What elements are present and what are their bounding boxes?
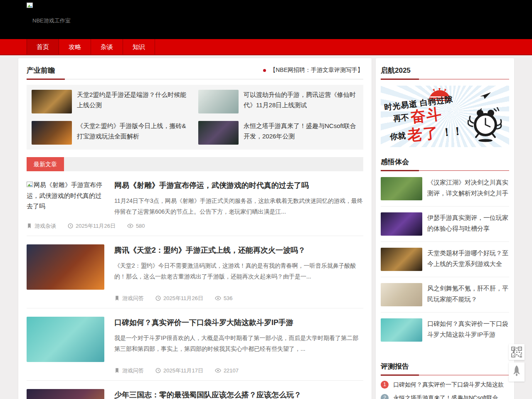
views-eye-icon [215, 296, 221, 300]
main-nav: 首页 攻略 杂谈 知识 [0, 39, 532, 55]
section-rule [381, 79, 509, 80]
featured-title: 可以渡劫升仙的手游，腾讯运营《修仙时代》11月28日上线测试 [244, 90, 358, 113]
sidebar-list-item[interactable]: 风之剑舞氪不氪，肝不肝，平民玩家能不能玩？ [381, 277, 509, 313]
featured-item[interactable]: 永恒之塔手游真来了！盛趣与NCsoft联合开发，2026年公测 [198, 121, 358, 145]
site-logo[interactable]: NBE游戏工作室 [27, 2, 71, 25]
article-category[interactable]: 游戏杂谈 [27, 222, 56, 230]
sidebar-item-thumbnail [381, 318, 422, 342]
clock-icon [68, 223, 73, 229]
rank-badge: 1 [381, 381, 389, 389]
article-thumbnail[interactable] [27, 244, 104, 290]
rank-badge: 2 [381, 394, 389, 399]
article-date: 2025年11月26日 [68, 222, 116, 230]
featured-item[interactable]: 《天堂2:盟约》手游版今日上线，搬砖&打宝游戏玩法全面解析 [32, 121, 192, 145]
nav-item-misc[interactable]: 杂谈 [91, 39, 123, 54]
sidebar-item-title: 天堂类题材手游哪个好玩？至今上线的天堂系列游戏大全 [427, 248, 509, 271]
qr-code-icon [511, 347, 522, 357]
recruit-link-label: 【NBE网招聘：手游文章评测写手】 [270, 66, 363, 74]
article-title[interactable]: 口碑如何？真实评价一下口袋斗罗大陆这款斗罗IP手游 [114, 318, 363, 328]
red-bullet-icon [263, 69, 266, 72]
nav-item-guides[interactable]: 攻略 [59, 39, 91, 54]
sidebar-item-thumbnail [381, 177, 422, 200]
broken-image-icon [27, 182, 33, 188]
article-excerpt: 《天堂2：盟约》今日不需要激活码测试，这游戏！真的是有我的青春啊，一听音乐就鼻子… [114, 261, 363, 282]
ranked-report-title: 口碑如何？真实评价一下口袋斗罗大陆这款 [393, 381, 504, 389]
article-list-item: 网易《射雕》手游宣布停运，武侠游戏的时代真的过去了吗 网易《射雕》手游宣布停运，… [27, 171, 363, 236]
article-thumbnail[interactable] [27, 317, 104, 362]
sidebar-list-item[interactable]: 伊瑟手游真实测评，一位玩家的体验心得与吐槽分享 [381, 207, 509, 242]
broken-image-icon [27, 2, 71, 10]
back-to-top-button[interactable] [509, 362, 525, 382]
article-meta: 游戏杂谈 2025年11月26日 580 [27, 222, 145, 230]
sidebar-item-thumbnail [381, 283, 422, 306]
article-thumbnail-broken[interactable]: 网易《射雕》手游宣布停运，武侠游戏的时代真的过去了吗 [27, 180, 104, 212]
article-views: 22107 [215, 367, 239, 374]
bookmark-icon [27, 223, 32, 229]
section-title-industry: 产业前瞻 [27, 66, 55, 75]
sidebar-item-title: 《汉家江湖》对决剑之川真实测评，详文解析对决剑之川手 [427, 177, 509, 200]
article-title[interactable]: 网易《射雕》手游宣布停运，武侠游戏的时代真的过去了吗 [114, 180, 363, 190]
article-list-item: 腾讯《天堂2：盟约》手游正式上线，还能再次火一波吗？ 《天堂2：盟约》今日不需要… [27, 236, 363, 308]
article-category[interactable]: 游戏问答 [114, 367, 144, 374]
featured-title: 天堂2盟约是手游还是端游？什么时候能上线公测 [77, 90, 192, 113]
article-list-item: 少年三国志：零的最强蜀国队应该怎么搭？应该怎么玩？ 少年三国志：零的最强蜀国队要… [27, 381, 363, 399]
main-content-card: 产业前瞻 【NBE网招聘：手游文章评测写手】 天堂2盟约是手游还是端游？什么时候… [18, 58, 372, 399]
site-logo-alt-text: NBE游戏工作室 [32, 17, 71, 25]
latest-articles-badge: 最新文章 [27, 157, 64, 171]
motivation-banner-ad[interactable]: 时光易逝 白驹过隙 再不 奋斗 你就 老了 ！！ [381, 86, 509, 147]
article-date: 2025年11月17日 [155, 367, 203, 374]
nav-item-home[interactable]: 首页 [27, 39, 59, 54]
sidebar-item-thumbnail [381, 248, 422, 271]
views-eye-icon [215, 368, 221, 373]
sidebar-list-item[interactable]: 天堂类题材手游哪个好玩？至今上线的天堂系列游戏大全 [381, 242, 509, 277]
article-views: 580 [127, 223, 145, 229]
featured-item[interactable]: 天堂2盟约是手游还是端游？什么时候能上线公测 [32, 90, 192, 113]
ranked-report-title: 永恒之塔手游真来了！盛趣与NCsoft联合 [393, 394, 498, 399]
section-rule [27, 79, 363, 80]
featured-thumbnail [32, 90, 72, 113]
sidebar-item-thumbnail [381, 212, 422, 236]
bookmark-icon [114, 368, 120, 373]
back-to-top-rocket-icon [512, 365, 522, 379]
article-thumbnail-alt: 网易《射雕》手游宣布停运，武侠游戏的时代真的过去了吗 [27, 181, 102, 209]
paper-plane-icon [480, 92, 491, 101]
article-date: 2025年11月26日 [155, 295, 203, 302]
qr-code-button[interactable] [509, 344, 525, 360]
section-rule [381, 374, 509, 376]
sidebar-item-title: 风之剑舞氪不氪，肝不肝，平民玩家能不能玩？ [427, 283, 509, 306]
featured-item[interactable]: 可以渡劫升仙的手游，腾讯运营《修仙时代》11月28日上线测试 [198, 90, 358, 113]
site-header: NBE游戏工作室 [0, 0, 532, 39]
article-meta: 游戏问答 2025年11月17日 22107 [114, 367, 239, 374]
banner-line3: 你就 老了 ！！ [389, 123, 463, 144]
sidebar: 启航2025 时光易逝 白驹过隙 再不 奋斗 你就 老了 ！！ [376, 58, 514, 399]
featured-thumbnail [32, 121, 72, 145]
article-category[interactable]: 游戏问答 [114, 295, 144, 302]
sidebar-section-title-insights: 感悟体会 [381, 157, 409, 167]
article-title[interactable]: 腾讯《天堂2：盟约》手游正式上线，还能再次火一波吗？ [114, 245, 363, 255]
views-eye-icon [127, 224, 133, 228]
bookmark-icon [114, 296, 120, 301]
sidebar-list-item[interactable]: 口碑如何？真实评价一下口袋斗罗大陆这款斗罗IP手游 [381, 313, 509, 347]
winged-alarm-clock-icon [468, 107, 503, 144]
section-rule [381, 170, 509, 171]
nav-item-knowledge[interactable]: 知识 [123, 39, 155, 54]
featured-thumbnail [198, 90, 239, 113]
ranked-report-item[interactable]: 2 永恒之塔手游真来了！盛趣与NCsoft联合 [381, 394, 509, 399]
featured-grid: 天堂2盟约是手游还是端游？什么时候能上线公测 可以渡劫升仙的手游，腾讯运营《修仙… [27, 85, 363, 150]
article-title[interactable]: 少年三国志：零的最强蜀国队应该怎么搭？应该怎么玩？ [114, 390, 363, 399]
article-views: 536 [215, 295, 233, 301]
clock-icon [155, 296, 161, 301]
featured-title: 永恒之塔手游真来了！盛趣与NCsoft联合开发，2026年公测 [244, 121, 358, 145]
featured-title: 《天堂2:盟约》手游版今日上线，搬砖&打宝游戏玩法全面解析 [77, 121, 192, 145]
article-meta: 游戏问答 2025年11月26日 536 [114, 295, 233, 302]
sidebar-section-title-reports: 评测报告 [381, 362, 409, 371]
article-list-item: 口碑如何？真实评价一下口袋斗罗大陆这款斗罗IP手游 我是一个对于斗罗IP很喜欢的… [27, 308, 363, 381]
ranked-report-item[interactable]: 1 口碑如何？真实评价一下口袋斗罗大陆这款 [381, 381, 509, 389]
article-thumbnail[interactable] [27, 389, 104, 399]
article-excerpt: 11月24日下午3点，网易《射雕》手游正式关闭服务器，这款承载着无数武侠迷回忆的… [114, 196, 363, 217]
clock-icon [155, 368, 161, 373]
recruit-link[interactable]: 【NBE网招聘：手游文章评测写手】 [263, 66, 363, 74]
latest-articles-strip: 最新文章 [27, 157, 363, 171]
ranked-report-list: 1 口碑如何？真实评价一下口袋斗罗大陆这款 2 永恒之塔手游真来了！盛趣与NCs… [381, 381, 509, 399]
sidebar-list-item[interactable]: 《汉家江湖》对决剑之川真实测评，详文解析对决剑之川手 [381, 171, 509, 207]
